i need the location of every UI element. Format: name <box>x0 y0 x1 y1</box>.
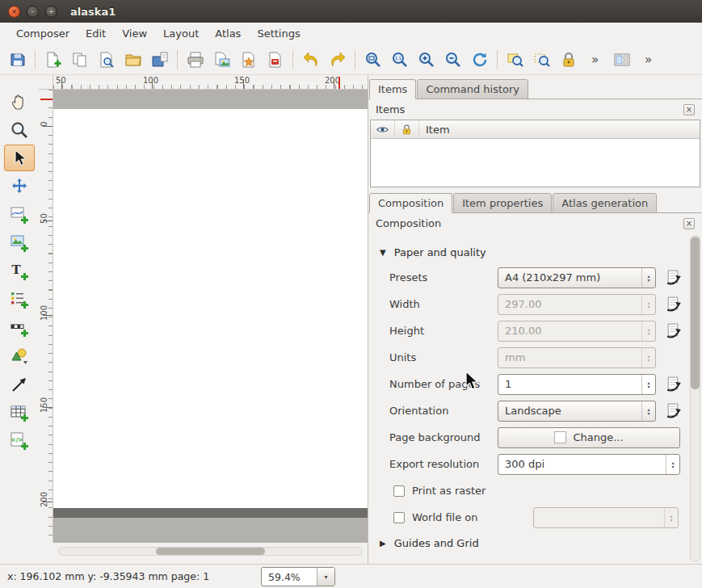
orientation-combobox[interactable]: Landscape ▴▾ <box>498 401 656 422</box>
lock-selected-items-button[interactable] <box>555 48 582 72</box>
print-as-raster-checkbox[interactable] <box>393 485 405 497</box>
load-from-template-button[interactable] <box>120 48 146 72</box>
undo-button[interactable] <box>297 48 324 72</box>
add-legend-tool-button[interactable] <box>4 286 35 313</box>
toolbar-separator <box>497 50 498 69</box>
presets-combobox[interactable]: A4 (210x297 mm) ▴▾ <box>498 267 656 288</box>
scrollbar-thumb[interactable] <box>156 548 265 555</box>
add-image-tool-button[interactable] <box>4 229 35 256</box>
paper-and-quality-section-header[interactable]: ▼ Paper and quality <box>368 240 690 264</box>
data-defined-override-button[interactable] <box>665 296 682 313</box>
export-resolution-spinbox[interactable]: 300 dpi ▴▾ <box>498 454 680 475</box>
zoom-tool-button[interactable] <box>4 116 35 143</box>
tab-command-history[interactable]: Command history <box>417 79 528 99</box>
export-resolution-row: Export resolution 300 dpi ▴▾ <box>368 451 690 477</box>
zoom-in-icon <box>418 51 435 69</box>
vertical-scrollbar[interactable] <box>690 235 700 562</box>
page-background-color-button[interactable]: Change... <box>498 427 680 448</box>
world-file-label: World file on <box>412 511 478 523</box>
zoom-out-button[interactable] <box>439 48 466 72</box>
zoom-actual-size-button[interactable]: 1:1 <box>386 48 413 72</box>
paper-page[interactable] <box>53 109 368 508</box>
toolbar-overflow-button[interactable]: » <box>582 48 608 72</box>
zoom-in-button[interactable] <box>413 48 439 72</box>
export-as-image-button[interactable] <box>208 48 235 72</box>
menu-edit[interactable]: Edit <box>78 25 114 42</box>
add-arrow-tool-button[interactable] <box>4 371 35 397</box>
lock-column-header[interactable] <box>395 120 419 138</box>
world-file-checkbox[interactable] <box>393 512 405 523</box>
menu-settings[interactable]: Settings <box>249 25 308 42</box>
horizontal-ruler-row: 50 100 150 200 <box>39 75 368 90</box>
tab-item-properties[interactable]: Item properties <box>453 193 552 213</box>
tab-atlas-generation[interactable]: Atlas generation <box>553 193 657 213</box>
items-list-body[interactable] <box>371 139 700 187</box>
select-move-item-tool-button[interactable] <box>4 145 35 171</box>
minimize-window-button[interactable]: – <box>27 6 39 18</box>
select-region-button[interactable] <box>502 48 528 72</box>
add-scalebar-tool-button[interactable] <box>4 314 35 341</box>
export-pdf-icon <box>267 51 284 69</box>
tab-items[interactable]: Items <box>369 79 416 99</box>
add-html-frame-tool-button[interactable]: </> <box>4 427 35 454</box>
composition-dock-close-button[interactable]: × <box>683 218 695 229</box>
items-dock-close-button[interactable]: × <box>683 104 695 116</box>
number-of-pages-spinbox[interactable]: 1 ▴▾ <box>498 374 656 395</box>
add-basic-shape-tool-button[interactable] <box>4 342 35 369</box>
add-new-map-tool-button[interactable] <box>4 201 35 228</box>
export-as-pdf-button[interactable] <box>262 48 288 72</box>
spin-arrows-icon: ▴▾ <box>641 321 655 341</box>
menu-atlas[interactable]: Atlas <box>207 25 249 42</box>
dropdown-arrow-icon[interactable]: ▾ <box>317 568 334 586</box>
scrollbar-thumb[interactable] <box>691 237 700 389</box>
number-of-pages-row: Number of pages 1 ▴▾ <box>368 371 690 397</box>
menu-composer[interactable]: Composer <box>8 25 78 42</box>
add-label-tool-button[interactable]: T <box>4 258 35 284</box>
zoom-region-button[interactable] <box>528 48 555 72</box>
save-project-button[interactable] <box>4 48 31 72</box>
data-defined-override-button[interactable] <box>665 269 682 286</box>
add-attribute-table-tool-button[interactable] <box>4 399 35 426</box>
redo-icon <box>329 51 347 69</box>
guides-and-grid-section-header[interactable]: ▶ Guides and Grid <box>368 531 690 555</box>
horizontal-scrollbar[interactable] <box>58 547 363 556</box>
zoom-level-combobox[interactable]: 59.4% ▾ <box>261 567 335 586</box>
new-composition-button[interactable] <box>40 48 66 72</box>
move-item-content-tool-button[interactable] <box>4 173 35 200</box>
composition-panel-content: ▼ Paper and quality Presets A4 (210x297 … <box>368 233 690 564</box>
overflow-chevron-icon: » <box>643 52 654 67</box>
refresh-view-button[interactable] <box>466 48 493 72</box>
visibility-column-header[interactable] <box>371 120 395 138</box>
add-shape-icon <box>10 346 29 366</box>
redo-button[interactable] <box>324 48 351 72</box>
close-window-button[interactable]: × <box>8 6 20 18</box>
data-defined-override-button[interactable] <box>665 376 682 393</box>
ruler-label: 100 <box>40 301 48 326</box>
menu-view[interactable]: View <box>114 25 155 42</box>
composition-canvas[interactable] <box>53 90 368 543</box>
atlas-preview-button[interactable] <box>608 48 635 72</box>
tab-composition[interactable]: Composition <box>369 193 452 213</box>
save-as-template-button[interactable] <box>146 48 173 72</box>
duplicate-composition-button[interactable] <box>66 48 93 72</box>
zoom-full-button[interactable] <box>359 48 386 72</box>
toolbar-separator <box>292 50 293 69</box>
print-button[interactable] <box>182 48 208 72</box>
items-dock-title: Items <box>376 103 405 116</box>
export-as-svg-button[interactable] <box>235 48 262 72</box>
units-row: Units mm ▴▾ <box>368 344 690 371</box>
item-column-header[interactable]: Item <box>419 120 700 138</box>
composer-manager-button[interactable] <box>93 48 120 72</box>
ruler-major-tick <box>243 79 244 89</box>
add-legend-icon <box>10 290 29 309</box>
change-color-label: Change... <box>573 431 623 443</box>
pan-tool-button[interactable] <box>4 88 35 115</box>
menu-layout[interactable]: Layout <box>155 25 207 42</box>
data-defined-override-button[interactable] <box>665 402 682 419</box>
ruler-major-tick <box>43 220 53 221</box>
width-label: Width <box>389 298 498 310</box>
maximize-window-button[interactable]: + <box>45 6 57 18</box>
data-defined-override-button[interactable] <box>665 322 682 339</box>
add-scalebar-icon <box>10 318 29 338</box>
atlas-toolbar-overflow-button[interactable]: » <box>635 48 662 72</box>
